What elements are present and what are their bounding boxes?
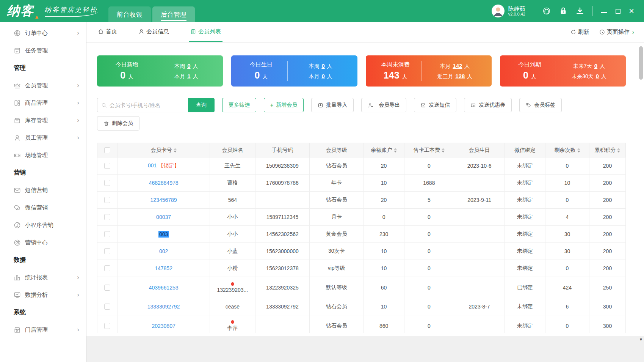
sidebar-item-wechat-marketing[interactable]: 微信营销 (0, 199, 86, 216)
member-card-link[interactable]: 13333092792 (147, 304, 180, 310)
delete-member-button[interactable]: 删除会员 (97, 116, 139, 131)
column-label: 会员姓名 (222, 147, 243, 154)
column-header[interactable]: 微信绑定 (505, 143, 545, 157)
sidebar-item-store-management[interactable]: 门店管理› (0, 321, 86, 338)
download-icon[interactable] (576, 7, 584, 15)
column-header[interactable]: 售卡工本费 (404, 143, 454, 157)
card-fee: 0 (404, 315, 454, 334)
export-member-button[interactable]: 会员导出 (361, 98, 406, 112)
member-level: 月卡 (309, 209, 364, 226)
more-filter-button[interactable]: 更多筛选 (222, 98, 256, 112)
column-header[interactable]: 会员生日 (454, 143, 505, 157)
tab-backend-admin[interactable]: 后台管理 (152, 6, 195, 22)
sidebar-item-product-management[interactable]: 商品管理› (0, 94, 86, 112)
member-level: 钻石会员 (309, 298, 364, 315)
page-ops-label: 页面操作 (607, 28, 630, 36)
vertical-scrollbar[interactable]: ▼ (639, 45, 643, 335)
stat-sub-value[interactable]: 1 (187, 73, 190, 79)
tab-member-list[interactable]: 会员列表 (189, 22, 223, 42)
tab-member-info[interactable]: 会员信息 (137, 22, 171, 42)
sidebar-item-sms-marketing[interactable]: 短信营销 (0, 181, 86, 199)
minimize-button[interactable] (601, 9, 607, 13)
sidebar-item-staff-management[interactable]: 员工管理› (0, 129, 86, 146)
sort-arrows-icon[interactable] (174, 148, 177, 153)
row-checkbox[interactable] (104, 248, 110, 254)
search-input[interactable] (110, 102, 184, 108)
remaining-times: 0 (545, 315, 589, 334)
stat-sub-value[interactable]: 0 (321, 63, 324, 69)
refresh-button[interactable]: 刷新 (570, 28, 589, 36)
sort-arrows-icon[interactable] (617, 148, 620, 153)
column-header[interactable]: 余额账户 (364, 143, 404, 157)
row-checkbox[interactable] (104, 265, 110, 271)
lock-icon[interactable] (559, 7, 567, 15)
sidebar-item-task-management[interactable]: 任务管理 (0, 42, 86, 59)
select-all-header[interactable] (97, 143, 118, 157)
sort-arrows-icon[interactable] (577, 148, 580, 153)
member-card-link[interactable]: 002 (159, 248, 168, 254)
member-birthday (454, 277, 505, 298)
member-card-link[interactable]: 4682884978 (149, 180, 179, 186)
member-tag-button[interactable]: 会员标签 (519, 98, 562, 112)
sort-arrows-icon[interactable] (442, 148, 445, 153)
tab-front-cashier[interactable]: 前台收银 (108, 6, 151, 22)
close-button[interactable]: × (629, 6, 634, 16)
member-card-link[interactable]: 4039661253 (149, 285, 179, 291)
sidebar-item-data-analysis[interactable]: 数据分析› (0, 286, 86, 304)
tab-home[interactable]: 首页 (96, 22, 119, 42)
member-birthday (454, 315, 505, 334)
send-coupon-button[interactable]: 发送优惠券 (464, 98, 512, 112)
sidebar-item-marketing-center[interactable]: 营销中心 (0, 234, 86, 251)
customer-service-icon[interactable] (542, 7, 551, 15)
sidebar-item-label: 微信营销 (25, 204, 48, 211)
member-card-link[interactable]: 003 (158, 231, 169, 238)
member-card-link[interactable]: 147852 (155, 265, 172, 271)
row-checkbox[interactable] (104, 304, 110, 310)
column-header[interactable]: 会员姓名 (210, 143, 255, 157)
stat-sub-value[interactable]: 0 (596, 73, 599, 79)
member-card-link[interactable]: 20230807 (152, 323, 175, 329)
member-card-link[interactable]: 123456789 (150, 197, 177, 203)
stat-sub-value[interactable]: 0 (321, 73, 324, 79)
scrollbar-thumb[interactable] (639, 46, 643, 80)
sidebar-item-inventory-management[interactable]: 库存管理› (0, 112, 86, 129)
row-checkbox[interactable] (104, 197, 110, 203)
page-operations-button[interactable]: 页面操作 › (599, 28, 634, 36)
row-checkbox[interactable] (104, 285, 110, 291)
sidebar-item-label: 门店管理 (25, 326, 48, 334)
sidebar-item-statistics-report[interactable]: 统计报表› (0, 269, 86, 286)
send-sms-button[interactable]: 发送短信 (414, 98, 456, 112)
row-checkbox[interactable] (104, 163, 110, 169)
sidebar-item-order-center[interactable]: 订单中心› (0, 24, 86, 42)
stat-sub-value[interactable]: 0 (594, 63, 597, 69)
batch-import-button[interactable]: 批量导入 (311, 98, 354, 112)
stat-sub-value[interactable]: 142 (453, 63, 462, 69)
row-checkbox[interactable] (104, 214, 110, 220)
sidebar-item-miniprogram-marketing[interactable]: 小程序营销 (0, 216, 86, 234)
column-header[interactable]: 手机号码 (255, 143, 310, 157)
stat-sub-value[interactable]: 0 (187, 63, 190, 69)
sidebar-item-member-management[interactable]: 会员管理› (0, 77, 86, 94)
member-card-link[interactable]: 00037 (156, 214, 171, 220)
accumulated-points: 250 (589, 277, 625, 298)
sort-arrows-icon[interactable] (394, 148, 397, 153)
search-button[interactable]: 查询 (188, 98, 215, 112)
avatar[interactable] (492, 5, 505, 17)
row-checkbox[interactable] (104, 231, 110, 237)
sidebar-item-venue-management[interactable]: 场地管理 (0, 146, 86, 164)
column-header[interactable]: 会员卡号 (118, 143, 210, 157)
stat-sub-value[interactable]: 128 (455, 73, 465, 79)
column-header[interactable]: 会员等级 (309, 143, 364, 157)
maximize-button[interactable] (616, 9, 620, 14)
trash-icon (103, 121, 109, 126)
app-version: v2.0.0.42 (508, 12, 525, 17)
member-card-link[interactable]: 001 (148, 162, 157, 168)
chevron-right-icon: › (77, 82, 79, 89)
scroll-down-arrow[interactable]: ▼ (639, 337, 643, 342)
column-header[interactable]: 累积积分 (589, 143, 625, 157)
select-all-checkbox[interactable] (104, 147, 110, 153)
column-header[interactable]: 剩余次数 (545, 143, 589, 157)
row-checkbox[interactable] (104, 180, 110, 186)
row-checkbox[interactable] (104, 323, 110, 329)
add-member-button[interactable]: +新增会员 (264, 98, 304, 112)
